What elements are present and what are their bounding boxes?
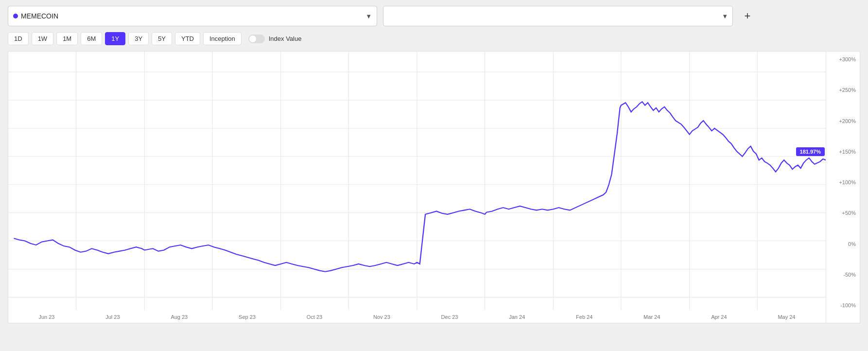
right-dropdown[interactable] — [383, 6, 733, 26]
y-label-200: +200% — [828, 118, 856, 124]
period-6m[interactable]: 6M — [81, 32, 102, 45]
left-dropdown-value: MEMECOIN — [21, 12, 58, 20]
period-1w[interactable]: 1W — [32, 32, 54, 45]
x-label-dec23: Dec 23 — [441, 314, 458, 320]
x-label-mar24: Mar 24 — [643, 314, 660, 320]
chart-svg — [8, 52, 826, 323]
left-dropdown-wrapper: MEMECOIN ▼ — [8, 6, 377, 26]
current-value-badge: 181.97% — [796, 147, 825, 156]
x-label-jan24: Jan 24 — [509, 314, 525, 320]
index-value-wrapper: Index Value — [248, 35, 302, 43]
y-label-50: +50% — [828, 210, 856, 216]
period-1d[interactable]: 1D — [8, 32, 29, 45]
x-label-may24: May 24 — [778, 314, 795, 320]
y-label-300: +300% — [828, 56, 856, 62]
y-label-150: +150% — [828, 149, 856, 155]
chart-area: ☰ — [0, 51, 868, 331]
x-label-aug23: Aug 23 — [171, 314, 188, 320]
chart-container: Jun 23 Jul 23 Aug 23 Sep 23 Oct 23 Nov 2… — [8, 51, 860, 323]
chart-main: Jun 23 Jul 23 Aug 23 Sep 23 Oct 23 Nov 2… — [8, 52, 826, 323]
top-bar: MEMECOIN ▼ ▼ + — [0, 0, 868, 32]
period-ytd[interactable]: YTD — [175, 32, 200, 45]
right-dropdown-wrapper: ▼ — [383, 6, 733, 26]
index-value-toggle[interactable] — [248, 35, 265, 43]
y-axis: +300% +250% +200% +150% +100% +50% 0% -5… — [826, 52, 860, 323]
y-label-250: +250% — [828, 87, 856, 93]
left-dropdown[interactable]: MEMECOIN ▼ — [8, 6, 377, 26]
add-button[interactable]: + — [739, 7, 756, 25]
x-label-sep23: Sep 23 — [239, 314, 256, 320]
y-label-minus50: -50% — [828, 272, 856, 278]
period-1m[interactable]: 1M — [56, 32, 78, 45]
period-inception[interactable]: Inception — [203, 32, 242, 45]
x-label-jun23: Jun 23 — [38, 314, 54, 320]
index-value-label: Index Value — [269, 35, 302, 42]
x-label-nov23: Nov 23 — [373, 314, 390, 320]
period-5y[interactable]: 5Y — [152, 32, 172, 45]
token-dot-indicator — [13, 14, 18, 18]
period-3y[interactable]: 3Y — [128, 32, 149, 45]
x-axis-labels: Jun 23 Jul 23 Aug 23 Sep 23 Oct 23 Nov 2… — [8, 314, 826, 320]
period-1y[interactable]: 1Y — [105, 32, 125, 45]
time-bar: 1D 1W 1M 6M 1Y 3Y 5Y YTD Inception Index… — [0, 32, 868, 51]
x-label-oct23: Oct 23 — [307, 314, 322, 320]
y-label-minus100: -100% — [828, 302, 856, 308]
left-dropdown-arrow-icon: ▼ — [365, 13, 372, 20]
x-label-apr24: Apr 24 — [711, 314, 727, 320]
y-label-100: +100% — [828, 179, 856, 185]
x-label-feb24: Feb 24 — [576, 314, 592, 320]
x-label-jul23: Jul 23 — [105, 314, 120, 320]
y-label-0: 0% — [828, 241, 856, 247]
